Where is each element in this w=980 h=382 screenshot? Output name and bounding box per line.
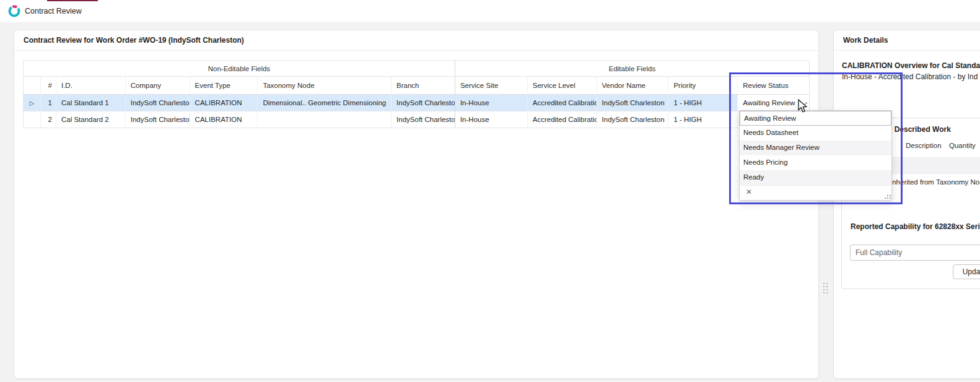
row-expander-placeholder (24, 111, 40, 128)
calibration-overview-subtitle: In-House - Accredited Calibration - by I… (842, 72, 978, 81)
column-header-num[interactable]: # (40, 77, 56, 94)
resize-grip-icon[interactable] (887, 195, 888, 196)
app-title: Contract Review (25, 0, 82, 22)
column-header-expander (24, 77, 40, 94)
cell-vendor-name[interactable]: IndySoft Charleston (597, 111, 668, 128)
cell-num: 1 (40, 95, 56, 111)
column-header-service-site[interactable]: Service Site (455, 77, 527, 94)
column-header-branch[interactable]: Branch (391, 77, 455, 94)
contract-review-panel: Contract Review for Work Order #WO-19 (I… (14, 30, 819, 379)
cell-service-level[interactable]: Accredited Calibration (527, 95, 597, 111)
dropdown-option[interactable]: Needs Manager Review (740, 141, 891, 155)
column-header-review-status[interactable]: Review Status (737, 77, 809, 94)
table-header-row: # I.D. Company Event Type Taxonomy Node … (24, 77, 809, 95)
row-expander-icon[interactable]: ▷ (24, 95, 40, 111)
table-group-header-row: Non-Editable Fields Editable Fields (24, 61, 809, 77)
column-header-id[interactable]: I.D. (56, 77, 125, 94)
capability-input[interactable]: Full Capability (850, 245, 980, 261)
table-row[interactable]: ▷ 1 Cal Standard 1 IndySoft Charleston C… (24, 95, 809, 111)
cell-service-level[interactable]: Accredited Calibration (527, 111, 597, 128)
table-row[interactable]: 2 Cal Standard 2 IndySoft Charleston CAL… (24, 111, 809, 128)
cell-taxonomy-node (257, 111, 391, 128)
column-header-priority[interactable]: Priority (668, 77, 737, 94)
app-logo-icon (7, 4, 21, 18)
dropdown-option[interactable]: Ready (740, 170, 891, 185)
cell-service-site[interactable]: In-House (455, 95, 527, 111)
contract-review-title: Contract Review for Work Order #WO-19 (I… (14, 30, 818, 51)
splitter-dots-icon (823, 283, 825, 284)
cell-vendor-name[interactable]: IndySoft Charleston (597, 95, 668, 111)
dropdown-option[interactable]: Awaiting Review (740, 111, 891, 126)
cell-id: Cal Standard 1 (56, 95, 125, 111)
column-header-event-type[interactable]: Event Type (190, 77, 258, 94)
cell-branch: IndySoft Charleston (391, 95, 455, 111)
update-button[interactable]: Update (953, 264, 980, 279)
cell-event-type: CALIBRATION (190, 95, 258, 111)
cell-event-type: CALIBRATION (190, 111, 258, 128)
column-header-service-level[interactable]: Service Level (527, 77, 597, 94)
window-accent-line (47, 0, 98, 1)
chevron-down-icon[interactable] (801, 99, 807, 105)
contract-review-table: Non-Editable Fields Editable Fields # I.… (23, 60, 810, 128)
calibration-overview-title: CALIBRATION Overview for Cal Standard (842, 61, 980, 70)
group-header-editable: Editable Fields (455, 61, 809, 76)
cell-branch: IndySoft Charleston (391, 111, 455, 128)
cell-service-site[interactable]: In-House (455, 111, 527, 128)
group-header-non-editable: Non-Editable Fields (24, 61, 455, 76)
cell-priority[interactable]: 1 - HIGH (668, 95, 737, 111)
work-details-panel: Work Details CALIBRATION Overview for Ca… (833, 30, 980, 379)
panel-splitter-handle[interactable] (823, 283, 828, 295)
review-status-value: Awaiting Review (743, 99, 795, 106)
cell-taxonomy-node: Dimensional.. Geometric Dimensioning (257, 95, 391, 111)
cell-num: 2 (40, 111, 56, 128)
review-status-combobox[interactable]: Awaiting Review (737, 95, 809, 111)
charges-column-quantity: Quantity (949, 142, 980, 149)
column-header-taxonomy-node[interactable]: Taxonomy Node (257, 77, 391, 94)
cell-priority[interactable]: 1 - HIGH (668, 111, 737, 128)
charges-column-description: Description (906, 142, 949, 149)
topbar: Contract Review (0, 0, 980, 22)
work-details-body: CALIBRATION Overview for Cal Standard In… (834, 51, 980, 378)
cell-id: Cal Standard 2 (56, 111, 125, 128)
dropdown-option[interactable]: Needs Datasheet (740, 126, 891, 141)
cell-company: IndySoft Charleston (125, 95, 190, 111)
clear-selection-icon[interactable]: ✕ (746, 188, 752, 196)
work-details-title: Work Details (834, 30, 980, 51)
reported-capability-title: Reported Capability for 62828xx Series (851, 222, 980, 231)
review-status-dropdown: Awaiting Review Needs Datasheet Needs Ma… (739, 110, 892, 201)
dropdown-footer: ✕ (740, 185, 891, 200)
column-header-company[interactable]: Company (125, 77, 190, 94)
dropdown-option[interactable]: Needs Pricing (740, 155, 891, 170)
column-header-vendor-name[interactable]: Vendor Name (597, 77, 668, 94)
cell-company: IndySoft Charleston (125, 111, 190, 128)
